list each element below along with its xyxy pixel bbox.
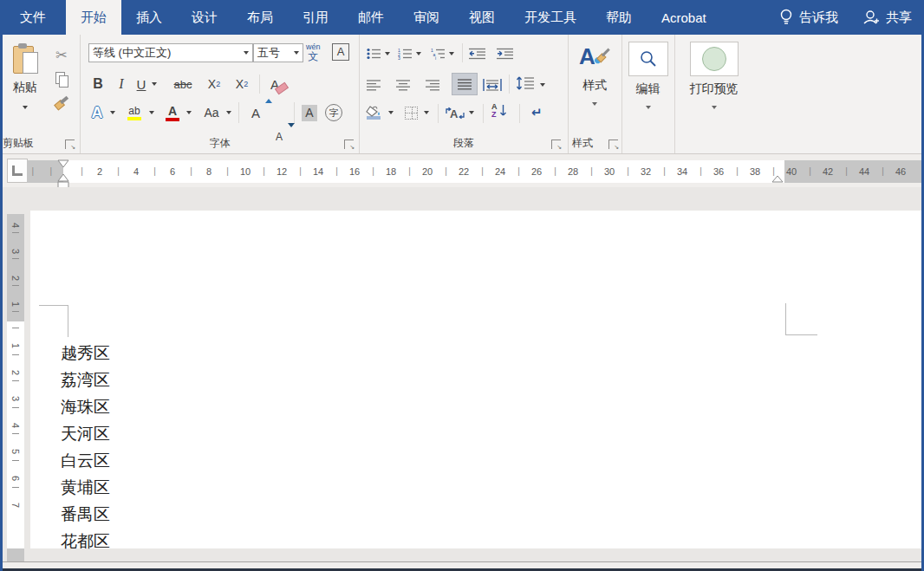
- show-marks-button[interactable]: ↵: [531, 102, 543, 123]
- tab-插入[interactable]: 插入: [121, 0, 177, 35]
- print-preview-button[interactable]: 打印预览: [675, 42, 752, 111]
- multilevel-list-button[interactable]: 1ai: [431, 43, 446, 64]
- align-left-button[interactable]: [367, 75, 381, 95]
- format-painter-button[interactable]: [50, 90, 73, 114]
- enclose-characters-button[interactable]: 字: [323, 101, 344, 125]
- tab-开发工具[interactable]: 开发工具: [510, 0, 591, 35]
- shading-button[interactable]: [365, 102, 384, 123]
- paragraph-dialog-launcher[interactable]: [551, 140, 561, 149]
- clipboard-dialog-launcher[interactable]: [65, 140, 75, 149]
- document-line[interactable]: 番禺区: [61, 501, 110, 528]
- multilevel-dropdown[interactable]: [447, 43, 456, 64]
- tab-Acrobat[interactable]: Acrobat: [647, 0, 721, 35]
- italic-button[interactable]: I: [114, 73, 128, 95]
- ruler-number-12: 12: [275, 160, 289, 183]
- clear-formatting-button[interactable]: A: [266, 73, 292, 95]
- paste-dropdown-arrow[interactable]: [23, 106, 28, 109]
- character-shading-button[interactable]: A: [299, 101, 320, 125]
- font-color-button[interactable]: A: [163, 101, 182, 125]
- superscript-button[interactable]: X2: [231, 73, 252, 95]
- grow-font-button[interactable]: A: [245, 101, 266, 125]
- tell-me-button[interactable]: 告诉我: [767, 9, 850, 26]
- justify-button[interactable]: [452, 73, 478, 95]
- print-preview-icon: [702, 47, 726, 71]
- asian-layout-button[interactable]: A: [445, 102, 465, 123]
- document-line[interactable]: 花都区: [61, 528, 110, 555]
- tab-邮件[interactable]: 邮件: [343, 0, 399, 35]
- horizontal-ruler[interactable]: 2468101214161820222426283032343638404244…: [27, 160, 922, 183]
- change-case-button[interactable]: Aa: [200, 101, 223, 125]
- vruler-tick: [12, 232, 19, 233]
- vruler-tick: [12, 311, 19, 312]
- highlight-dropdown[interactable]: [147, 101, 156, 125]
- font-name-select[interactable]: 等线 (中文正文): [88, 43, 253, 62]
- borders-button[interactable]: [405, 102, 418, 123]
- styles-dialog-launcher[interactable]: [608, 140, 618, 149]
- line-spacing-dropdown[interactable]: [538, 75, 547, 95]
- increase-indent-button[interactable]: [497, 43, 514, 64]
- share-button[interactable]: 共享: [850, 10, 924, 26]
- document-line[interactable]: 海珠区: [61, 393, 110, 420]
- font-dialog-launcher[interactable]: [344, 140, 354, 149]
- tab-视图[interactable]: 视图: [454, 0, 510, 35]
- ruler-tick: |: [481, 160, 484, 183]
- vertical-ruler[interactable]: 43211234567: [7, 214, 24, 561]
- asian-layout-dropdown[interactable]: [467, 102, 476, 123]
- document-line[interactable]: 荔湾区: [61, 367, 110, 393]
- sort-button[interactable]: A Z: [491, 101, 507, 121]
- ruler-tick: |: [335, 160, 338, 183]
- cut-button[interactable]: ✂: [50, 43, 73, 67]
- copy-button[interactable]: [50, 67, 73, 90]
- document-text[interactable]: 越秀区荔湾区海珠区天河区白云区黄埔区番禺区花都区: [61, 340, 110, 555]
- character-border-button[interactable]: A: [332, 43, 349, 61]
- tab-布局[interactable]: 布局: [232, 0, 288, 35]
- ruler-tick: |: [517, 160, 520, 183]
- document-line[interactable]: 白云区: [61, 447, 110, 474]
- decrease-indent-button[interactable]: [469, 43, 486, 64]
- subscript-button[interactable]: X2: [204, 73, 224, 95]
- edit-button[interactable]: 编辑: [622, 42, 673, 111]
- tab-文件[interactable]: 文件: [0, 0, 66, 35]
- numbering-button[interactable]: 123: [398, 43, 413, 64]
- bullets-button[interactable]: [367, 43, 381, 64]
- format-painter-icon: [51, 92, 72, 113]
- change-case-dropdown[interactable]: [224, 101, 233, 125]
- tabbar-right: 告诉我 共享: [767, 0, 924, 35]
- document-line[interactable]: 天河区: [61, 420, 110, 447]
- paragraph-mark-icon: ↵: [531, 105, 543, 120]
- strikethrough-button[interactable]: abc: [170, 73, 196, 95]
- highlight-color-button[interactable]: ab: [124, 101, 145, 125]
- line-spacing-button[interactable]: [516, 73, 535, 94]
- bold-button[interactable]: B: [89, 73, 107, 95]
- numbering-dropdown[interactable]: [414, 43, 423, 64]
- tab-帮助[interactable]: 帮助: [591, 0, 647, 35]
- text-effects-dropdown[interactable]: [108, 101, 117, 125]
- shading-dropdown[interactable]: [387, 102, 395, 123]
- bullets-dropdown[interactable]: [383, 43, 392, 64]
- tab-设计[interactable]: 设计: [177, 0, 232, 35]
- tab-开始[interactable]: 开始: [66, 0, 121, 35]
- tab-selector[interactable]: [7, 159, 28, 183]
- font-color-dropdown[interactable]: [185, 101, 193, 125]
- align-center-button[interactable]: [396, 75, 411, 95]
- distribute-button[interactable]: [483, 75, 502, 95]
- highlight-color-bar: [127, 117, 141, 120]
- tab-审阅[interactable]: 审阅: [399, 0, 454, 35]
- font-size-select[interactable]: 五号: [253, 43, 303, 62]
- ruler-tick: |: [263, 160, 265, 183]
- styles-button[interactable]: A 样式: [569, 42, 621, 107]
- tab-引用[interactable]: 引用: [288, 0, 343, 35]
- document-line[interactable]: 越秀区: [61, 340, 110, 367]
- phonetic-guide-button[interactable]: wén 文: [306, 42, 321, 62]
- underline-dropdown[interactable]: [150, 73, 159, 95]
- borders-dropdown[interactable]: [422, 102, 431, 123]
- text-effects-button[interactable]: A: [88, 101, 107, 125]
- paste-button[interactable]: 粘贴: [5, 42, 45, 139]
- svg-text:3: 3: [398, 55, 400, 60]
- character-shading-icon: A: [302, 105, 317, 121]
- document-line[interactable]: 黄埔区: [61, 474, 110, 501]
- indent-markers[interactable]: [56, 157, 70, 191]
- underline-button[interactable]: U: [134, 73, 148, 95]
- align-right-button[interactable]: [426, 75, 440, 95]
- document-page[interactable]: [30, 211, 922, 548]
